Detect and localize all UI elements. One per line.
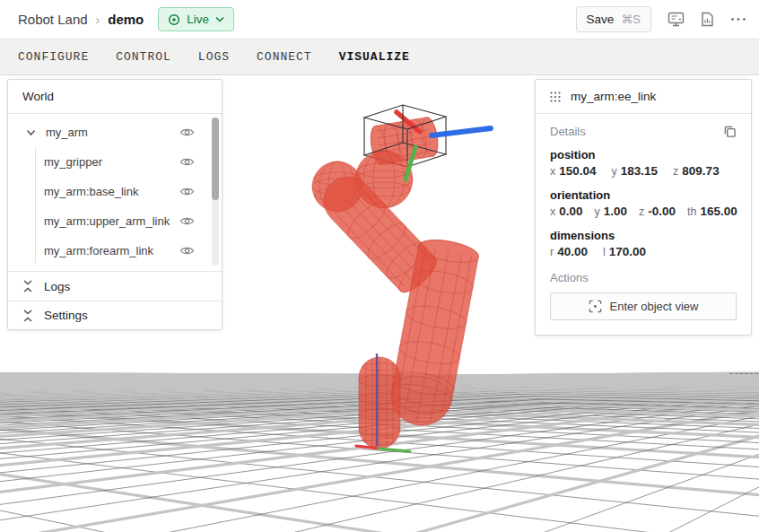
visibility-eye-icon[interactable]: [179, 245, 195, 257]
collapse-vertical-icon: [22, 280, 33, 292]
breadcrumb-app-link[interactable]: Robot Land: [18, 12, 88, 27]
tree-item-base-link[interactable]: my_arm:base_link: [8, 177, 222, 206]
visibility-eye-icon[interactable]: [179, 126, 195, 138]
app-window: Robot Land › demo Live Save ⌘S: [0, 0, 759, 532]
axis-key: z: [639, 205, 644, 218]
visibility-eye-icon[interactable]: [179, 156, 195, 168]
tree-item-upper-arm-link[interactable]: my_arm:upper_arm_link: [8, 206, 222, 236]
breadcrumb-machine-name[interactable]: demo: [108, 12, 144, 27]
tree-item-label: my_arm: [46, 126, 179, 139]
axis-key: th: [687, 205, 696, 218]
live-status-dropdown[interactable]: Live: [158, 7, 234, 31]
tree-item-my-gripper[interactable]: my_gripper: [8, 147, 222, 177]
logs-section-toggle[interactable]: Logs: [8, 272, 222, 301]
remote-display-icon[interactable]: [667, 12, 685, 27]
object-details-panel: my_arm:ee_link Details position x150.04 …: [535, 79, 752, 336]
orientation-y-value: 1.00: [604, 205, 627, 218]
collapse-vertical-icon: [22, 310, 33, 322]
axis-key: r: [550, 246, 554, 258]
chevron-down-icon: [215, 16, 224, 22]
broadcast-icon: [168, 13, 180, 26]
live-label: Live: [187, 13, 209, 26]
enter-object-view-label: Enter object view: [610, 300, 699, 313]
axis-key: z: [673, 165, 678, 178]
more-options-icon[interactable]: [730, 17, 746, 22]
tab-logs[interactable]: LOGS: [198, 50, 230, 64]
tree-indent-guide: [35, 146, 36, 264]
position-group: position x150.04 y183.15 z809.73: [550, 148, 737, 178]
orientation-th-value: 165.00: [701, 205, 737, 218]
position-x-value: 150.04: [559, 164, 596, 178]
tab-visualize[interactable]: VISUALIZE: [339, 50, 410, 64]
tree-scrollbar[interactable]: [212, 118, 219, 266]
settings-section-toggle[interactable]: Settings: [8, 301, 222, 329]
enter-object-view-button[interactable]: Enter object view: [550, 292, 737, 320]
axis-key: x: [550, 165, 555, 178]
tree-scrollbar-thumb[interactable]: [212, 118, 219, 200]
scene-tree: my_arm my_gripper my_arm:base_link my_ar…: [8, 114, 222, 272]
save-shortcut: ⌘S: [621, 13, 641, 26]
position-label: position: [550, 148, 737, 161]
visibility-eye-icon[interactable]: [179, 186, 195, 197]
drag-handle-icon[interactable]: [550, 92, 561, 102]
tree-item-label: my_arm:upper_arm_link: [44, 214, 179, 228]
world-panel-title: World: [8, 80, 222, 114]
copy-icon[interactable]: [723, 125, 737, 138]
breadcrumb: Robot Land › demo: [18, 12, 144, 27]
nav-tab-bar: CONFIGURE CONTROL LOGS CONNECT VISUALIZE: [0, 39, 759, 75]
app-header: Robot Land › demo Live Save ⌘S: [0, 0, 759, 39]
axis-key: y: [595, 205, 600, 218]
orientation-z-value: -0.00: [648, 205, 676, 218]
chevron-down-icon[interactable]: [26, 126, 37, 139]
orientation-x-value: 0.00: [559, 205, 582, 218]
selected-object-title: my_arm:ee_link: [571, 90, 656, 103]
tab-configure[interactable]: CONFIGURE: [18, 50, 89, 64]
tree-item-label: my_arm:forearm_link: [44, 244, 179, 257]
breadcrumb-separator: ›: [96, 13, 100, 27]
gizmo-z-axis[interactable]: [432, 128, 491, 135]
position-y-value: 183.15: [621, 164, 658, 178]
position-z-value: 809.73: [682, 164, 719, 178]
tab-connect[interactable]: CONNECT: [257, 50, 312, 64]
save-label: Save: [587, 13, 615, 26]
settings-section-label: Settings: [44, 309, 88, 322]
tree-item-label: my_gripper: [44, 155, 179, 169]
dimensions-l-value: 170.00: [609, 245, 646, 258]
actions-label: Actions: [550, 271, 737, 284]
tree-item-label: my_arm:base_link: [44, 185, 179, 198]
axis-key: l: [603, 246, 606, 258]
details-panel-header[interactable]: my_arm:ee_link: [536, 80, 751, 114]
logs-section-label: Logs: [44, 280, 70, 293]
axis-key: y: [612, 165, 617, 178]
tree-item-my-arm[interactable]: my_arm: [8, 118, 222, 147]
orientation-group: orientation x0.00 y1.00 z-0.00 th165.00: [550, 188, 737, 218]
axis-key: x: [550, 205, 555, 218]
world-panel: World my_arm my_gripper my_arm:base_li: [7, 79, 222, 330]
dimensions-r-value: 40.00: [557, 245, 588, 258]
details-label: Details: [550, 125, 586, 138]
orientation-label: orientation: [550, 188, 737, 202]
dimensions-label: dimensions: [550, 229, 737, 242]
focus-target-icon: [589, 300, 602, 313]
save-button[interactable]: Save ⌘S: [576, 6, 651, 32]
visibility-eye-icon[interactable]: [179, 215, 195, 227]
tab-control[interactable]: CONTROL: [116, 50, 171, 64]
tree-item-forearm-link[interactable]: my_arm:forearm_link: [8, 236, 222, 266]
file-chart-icon[interactable]: [701, 12, 714, 27]
dimensions-group: dimensions r40.00 l170.00: [550, 229, 737, 258]
base-link-capsule[interactable]: [359, 353, 400, 449]
